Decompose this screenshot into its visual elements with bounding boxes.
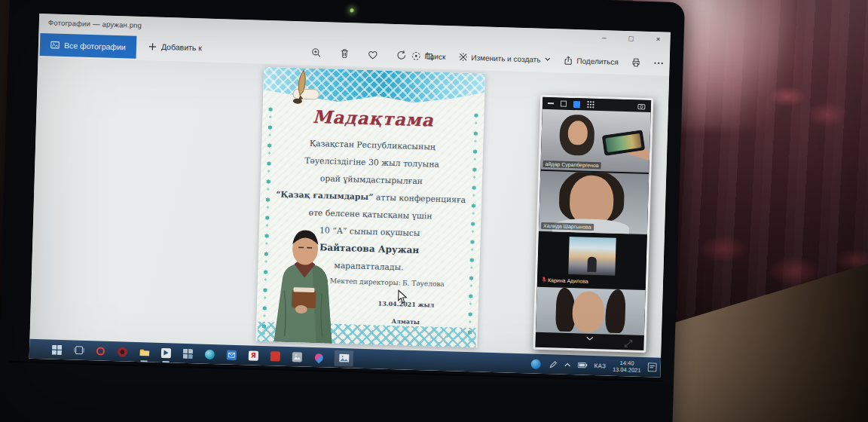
participant-name: Халида Шаргынова [543,223,591,230]
language-indicator[interactable]: КАЗ [594,362,606,369]
certificate-line-rest: атты конференцияға [373,192,466,205]
quill-illustration [283,68,326,109]
mail-icon[interactable] [225,348,238,361]
plus-icon [148,42,157,50]
maps-icon[interactable] [313,350,326,363]
action-center-icon[interactable] [647,362,656,372]
meeting-minimize-icon[interactable] [548,102,554,104]
visual-search-icon [411,50,420,60]
task-view-button[interactable] [72,344,85,356]
webcam-led [350,8,353,12]
edit-create-label: Изменить и создать [471,54,540,64]
tray-date: 13.04.2021 [613,366,641,374]
participant-tile[interactable]: айдар Сурапбергенов [540,109,650,173]
chevron-down-icon [544,57,550,62]
opera-icon[interactable] [94,344,107,357]
photo-viewer-icon[interactable] [291,350,304,363]
start-button[interactable] [50,343,63,356]
participant-name: айдар Сурапбергенов [546,161,599,168]
minimize-button[interactable]: – [599,33,608,41]
participant-name-label: Карина Адилова [539,276,591,285]
participant-tile[interactable]: Карина Адилова [537,233,647,289]
video-call-panel: айдар Сурапбергенов Халида Шаргынова Кар… [533,95,653,353]
file-explorer-icon[interactable] [138,346,151,359]
signature-row: Мектеп директоры: Б. Тәуелова [330,277,445,289]
system-tray: КАЗ 14:40 13.04.2021 [529,353,657,377]
screen-recorder-icon[interactable] [116,345,129,358]
delete-button[interactable] [340,48,350,59]
phone-screen [605,133,641,152]
scholar-portrait [260,222,348,344]
favorite-button[interactable] [368,49,378,59]
active-view-icon[interactable] [573,101,580,108]
share-icon [563,55,573,65]
close-button[interactable]: × [653,35,662,43]
print-button[interactable] [631,57,640,67]
participant-tile[interactable]: Халида Шаргынова [539,171,649,234]
participant-name-label: Халида Шаргынова [541,222,594,231]
laptop: Фотографии — аружан.png – □ × Все фотогр… [0,0,685,422]
resize-diagonal-cursor[interactable] [622,337,634,350]
more-button[interactable] [654,61,664,65]
share-button[interactable]: Поделиться [563,55,619,66]
participant-avatar-photo [568,237,616,276]
edit-create-icon [458,53,467,62]
battery-icon[interactable] [577,362,587,368]
certificate-image: Мадақтама Қазақстан Республикасының Тәуе… [255,67,485,348]
mouse-cursor [397,289,408,304]
tab-all-photos[interactable]: Все фотографии [40,33,137,59]
zoom-in-button[interactable] [311,47,322,58]
hidden-icons-chevron[interactable] [564,362,570,367]
participant-hair [605,289,626,333]
media-player-icon[interactable] [160,346,173,359]
search-label: Поиск [425,52,446,61]
browser-icon[interactable] [203,347,216,360]
laptop-screen: Фотографии — аружан.png – □ × Все фотогр… [29,14,671,378]
clock[interactable]: 14:40 13.04.2021 [613,359,641,374]
more-icon [654,61,664,65]
share-label: Поделиться [576,57,619,66]
switch-camera-icon[interactable] [637,102,646,109]
participant-name: Карина Адилова [548,277,588,284]
scroll-down-chevron-icon[interactable] [586,336,594,340]
conference-name: “Қазақ ғалымдары” [276,189,374,202]
red-app-icon[interactable] [269,350,282,362]
muted-mic-icon [542,277,546,283]
visual-search-button[interactable]: Поиск [411,50,445,61]
rotate-button[interactable] [396,50,407,60]
add-to-label: Добавить к [161,42,202,53]
edit-create-button[interactable]: Изменить и создать [458,53,550,65]
pen-icon[interactable] [549,360,557,368]
photos-app-icon[interactable] [335,350,354,366]
participant-tile[interactable] [536,287,646,335]
gallery-view-icon[interactable] [587,101,594,109]
window-controls: – □ × [599,33,662,43]
participant-face [569,175,614,226]
photos-icon [50,40,60,49]
photo-view-area: Мадақтама Қазақстан Республикасының Тәуе… [29,57,669,358]
print-icon [631,57,640,67]
apps-icon[interactable] [182,347,194,359]
maximize-button[interactable]: □ [626,34,635,42]
participant-face [567,121,588,145]
yandex-icon[interactable]: Я [247,349,260,362]
tab-all-photos-label: Все фотографии [64,41,126,51]
participant-face [572,291,605,332]
participant-tiles: айдар Сурапбергенов Халида Шаргынова Кар… [536,109,651,344]
window-title: Фотографии — аружан.png [48,18,142,29]
participant-name-label: айдар Сурапбергенов [542,161,601,169]
speaker-view-icon[interactable] [561,101,567,107]
certificate-title: Мадақтама [262,105,484,132]
avatar-silhouette [587,257,597,272]
edge-icon[interactable] [529,357,542,370]
director-name: Б. Тәуелова [402,279,445,288]
add-to-button[interactable]: Добавить к [148,41,202,52]
